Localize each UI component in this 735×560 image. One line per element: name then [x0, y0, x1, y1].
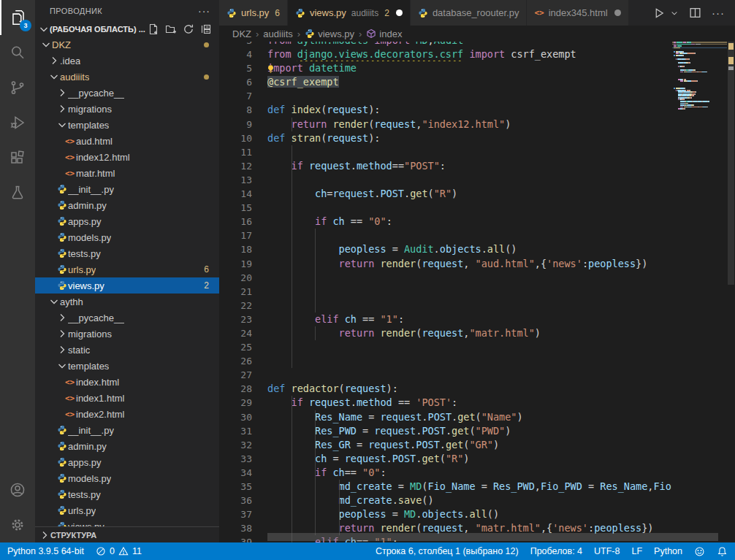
activity-bar-item-explorer[interactable]: 3 — [0, 0, 35, 35]
code-line-34[interactable]: 34 if ch== "0": — [219, 466, 672, 480]
tree-item-__init__.py[interactable]: __init__.py — [35, 181, 219, 197]
code-line-8[interactable]: 8def index(request): — [219, 103, 672, 117]
run-icon[interactable] — [652, 7, 666, 20]
code-line-25[interactable]: 25 — [219, 340, 672, 354]
code-line-15[interactable]: 15 — [219, 201, 672, 215]
tree-item-views.py[interactable]: views.py2 — [35, 277, 219, 294]
sidebar-more-actions-icon[interactable]: ··· — [198, 5, 210, 17]
code-line-33[interactable]: 33 ch = request.POST.get("R") — [219, 452, 672, 466]
refresh-icon[interactable] — [183, 23, 194, 35]
more-actions-icon[interactable]: ··· — [712, 7, 725, 19]
tree-item-aud.html[interactable]: <>aud.html — [35, 133, 219, 149]
tree-item-index2.html[interactable]: <>index2.html — [35, 406, 219, 422]
tree-item-tests.py[interactable]: tests.py — [35, 245, 219, 261]
vertical-scrollbar[interactable] — [728, 42, 734, 285]
status-encoding[interactable]: UTF-8 — [594, 546, 620, 556]
tree-item-templates[interactable]: templates — [35, 117, 219, 133]
tree-item-models.py[interactable]: models.py — [35, 229, 219, 245]
tree-item-urls.py[interactable]: urls.py — [35, 502, 219, 518]
code-line-4[interactable]: 4from django.views.decorators.csrf impor… — [219, 47, 672, 61]
tree-item-migrations[interactable]: migrations — [35, 101, 219, 117]
activity-bar-item-run-debug[interactable] — [0, 105, 35, 140]
code-line-19[interactable]: 19 return render(request, "aud.html",{'n… — [219, 257, 672, 271]
tab-index345.html[interactable]: <>index345.html — [527, 0, 628, 26]
status-language-mode[interactable]: Python — [654, 546, 682, 556]
activity-bar-item-testing[interactable] — [0, 175, 35, 210]
code-editor[interactable]: 3from aythh.models import MD,Audit4from … — [219, 42, 735, 542]
code-line-35[interactable]: 35 md_create = MD(Fio_Name = Res_PWD,Fio… — [219, 480, 672, 494]
status-notifications[interactable] — [717, 546, 728, 557]
new-file-icon[interactable] — [148, 23, 159, 35]
status-cursor-position[interactable]: Строка 6, столбец 1 (выбрано 12) — [376, 546, 519, 556]
code-line-36[interactable]: 36 md_create.save() — [219, 494, 672, 507]
tree-item-admin.py[interactable]: admin.py — [35, 438, 219, 454]
activity-bar-item-extensions[interactable] — [0, 140, 35, 175]
tree-item-__pycache__[interactable]: __pycache__ — [35, 310, 219, 326]
run-dropdown-icon[interactable] — [670, 9, 679, 18]
workspace-section-header[interactable]: (РАБОЧАЯ ОБЛАСТЬ) ... — [35, 22, 219, 37]
code-line-6[interactable]: 6@csrf_exempt — [219, 75, 672, 89]
status-eol[interactable]: LF — [631, 546, 642, 556]
tree-item-.idea[interactable]: .idea — [35, 53, 219, 69]
tree-item-__pycache__[interactable]: __pycache__ — [35, 85, 219, 101]
tree-item-static[interactable]: static — [35, 342, 219, 358]
code-line-21[interactable]: 21 — [219, 285, 672, 299]
tree-item-views.py[interactable]: views.py — [35, 518, 219, 526]
code-line-20[interactable]: 20 — [219, 271, 672, 285]
tree-item-templates[interactable]: templates — [35, 358, 219, 374]
tab-database_roouter.py[interactable]: database_roouter.py — [411, 0, 528, 26]
code-line-9[interactable]: 9 return render(request,"index12.html") — [219, 118, 672, 131]
tree-item-aythh[interactable]: aythh — [35, 294, 219, 310]
breadcrumb-item-DKZ[interactable]: DKZ — [232, 28, 251, 39]
tree-item-audiiits[interactable]: audiiits — [35, 69, 219, 85]
code-line-37[interactable]: 37 peopless = MD.objects.all() — [219, 507, 672, 521]
code-line-3[interactable]: 3from aythh.models import MD,Audit — [219, 42, 672, 47]
activity-bar-item-account[interactable] — [0, 472, 35, 507]
code-line-16[interactable]: 16 if ch == "0": — [219, 215, 672, 229]
breadcrumb-item-views.py[interactable]: views.py — [305, 28, 354, 39]
code-line-12[interactable]: 12 if request.method=="POST": — [219, 159, 672, 173]
tree-item-index1.html[interactable]: <>index1.html — [35, 390, 219, 406]
activity-bar-item-source-control[interactable] — [0, 70, 35, 105]
code-line-10[interactable]: 10def stran(request): — [219, 131, 672, 145]
status-problems[interactable]: 011 — [96, 546, 142, 556]
code-line-29[interactable]: 29 if request.method == 'POST': — [219, 396, 672, 410]
tab-views.py[interactable]: views.pyaudiiits2 — [288, 0, 411, 26]
status-feedback[interactable] — [694, 546, 705, 557]
code-line-14[interactable]: 14 ch=request.POST.get("R") — [219, 187, 672, 201]
tree-item-index12.html[interactable]: <>index12.html — [35, 149, 219, 165]
collapse-all-icon[interactable] — [200, 23, 212, 35]
status-indentation[interactable]: Пробелов: 4 — [530, 546, 582, 556]
code-line-27[interactable]: 27 — [219, 368, 672, 382]
code-line-7[interactable]: 7 — [219, 89, 672, 103]
code-line-22[interactable]: 22 — [219, 299, 672, 312]
code-line-24[interactable]: 24 return render(request,"matr.html") — [219, 326, 672, 340]
breadcrumb-item-index[interactable]: index — [366, 28, 402, 39]
new-folder-icon[interactable] — [165, 23, 177, 35]
activity-bar-item-settings[interactable] — [0, 507, 35, 542]
breadcrumb-item-audiiits[interactable]: audiiits — [263, 28, 292, 39]
tree-item-migrations[interactable]: migrations — [35, 326, 219, 342]
tree-item-DKZ[interactable]: DKZ — [35, 37, 219, 53]
minimap[interactable] — [672, 42, 727, 542]
horizontal-scrollbar[interactable] — [267, 533, 718, 541]
code-line-5[interactable]: 5import datetime — [219, 61, 672, 75]
code-line-17[interactable]: 17 — [219, 229, 672, 242]
code-line-28[interactable]: 28def redactor(request): — [219, 382, 672, 396]
tree-item-admin.py[interactable]: admin.py — [35, 197, 219, 213]
tree-item-apps.py[interactable]: apps.py — [35, 454, 219, 470]
code-line-11[interactable]: 11 — [219, 145, 672, 159]
activity-bar-item-search[interactable] — [0, 35, 35, 70]
tree-item-index.html[interactable]: <>index.html — [35, 374, 219, 390]
code-line-18[interactable]: 18 peopless = Audit.objects.all() — [219, 242, 672, 256]
outline-section-header[interactable]: СТРУКТУРА — [35, 526, 219, 542]
tree-item-matr.html[interactable]: <>matr.html — [35, 165, 219, 181]
code-line-23[interactable]: 23 elif ch == "1": — [219, 312, 672, 326]
split-editor-icon[interactable] — [689, 7, 701, 19]
code-line-32[interactable]: 32 Res_GR = request.POST.get("GR") — [219, 438, 672, 452]
status-python-interpreter[interactable]: Python 3.9.5 64-bit — [7, 546, 84, 556]
tree-item-tests.py[interactable]: tests.py — [35, 486, 219, 502]
tree-item-apps.py[interactable]: apps.py — [35, 213, 219, 229]
tree-item-__init__.py[interactable]: __init__.py — [35, 422, 219, 438]
tree-item-models.py[interactable]: models.py — [35, 470, 219, 486]
